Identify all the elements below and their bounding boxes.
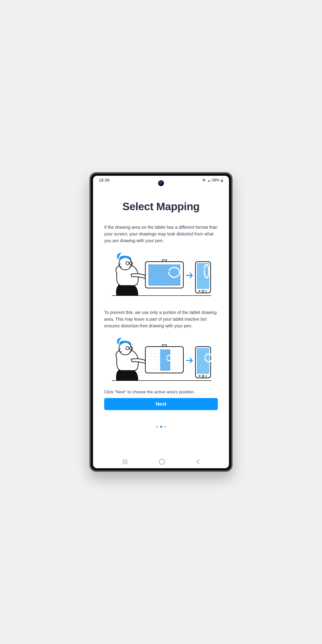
cta-instruction: Click "Next" to choose the active area's…: [104, 390, 218, 394]
battery-icon: [221, 178, 223, 182]
svg-point-100: [181, 369, 181, 369]
description-paragraph-1: If the drawing area on the tablet has a …: [104, 224, 218, 244]
page-indicator: [104, 426, 218, 428]
pager-dot-2: [164, 426, 166, 428]
svg-point-77: [173, 362, 173, 363]
svg-point-87: [173, 366, 173, 366]
svg-point-42: [152, 353, 152, 354]
svg-point-98: [176, 369, 176, 369]
svg-point-49: [178, 353, 179, 354]
svg-point-61: [149, 359, 149, 360]
svg-rect-112: [160, 459, 164, 464]
svg-point-41: [149, 353, 149, 354]
svg-point-52: [152, 356, 152, 357]
pager-dot-1: [160, 426, 162, 428]
svg-point-91: [149, 369, 149, 369]
svg-point-36: [170, 350, 170, 350]
svg-point-96: [170, 369, 170, 369]
svg-point-99: [178, 369, 179, 369]
svg-point-71: [149, 362, 149, 363]
svg-point-37: [173, 350, 173, 350]
description-paragraph-2: To prevent this, we use only a portion o…: [104, 309, 218, 330]
svg-point-78: [176, 362, 176, 363]
svg-point-92: [152, 369, 152, 369]
svg-point-79: [178, 362, 179, 363]
svg-rect-2: [221, 180, 223, 182]
recents-icon[interactable]: [122, 459, 128, 464]
svg-point-64: [157, 359, 157, 360]
svg-point-35: [160, 350, 160, 350]
home-icon[interactable]: [159, 459, 165, 465]
front-camera: [158, 180, 164, 186]
content-area: Select Mapping If the drawing area on th…: [93, 185, 229, 428]
svg-point-60: [181, 356, 181, 357]
svg-point-59: [178, 356, 179, 357]
svg-point-67: [173, 359, 173, 360]
svg-point-94: [157, 369, 157, 369]
svg-rect-105: [197, 348, 209, 374]
svg-point-83: [154, 366, 154, 366]
svg-point-48: [176, 353, 176, 354]
svg-point-47: [173, 353, 173, 354]
svg-point-32: [152, 350, 152, 350]
signal-icon: [207, 179, 211, 182]
svg-point-80: [181, 362, 181, 363]
device-bezel: 18:39 58% Select Mapping If the drawing …: [91, 174, 231, 470]
svg-point-54: [157, 356, 157, 357]
svg-point-76: [170, 362, 170, 363]
svg-point-82: [152, 366, 152, 366]
page-title: Select Mapping: [104, 200, 218, 213]
svg-rect-17: [197, 263, 209, 289]
pager-dot-0: [156, 426, 158, 428]
svg-point-40: [181, 350, 181, 350]
illustration-correct-mapping: [104, 336, 218, 383]
svg-point-73: [154, 362, 154, 363]
svg-point-81: [149, 366, 149, 366]
battery-percentage: 58%: [212, 178, 219, 182]
svg-point-72: [152, 362, 152, 363]
svg-point-50: [181, 353, 181, 354]
svg-point-33: [154, 350, 154, 350]
svg-rect-101: [160, 350, 170, 370]
svg-point-65: [160, 359, 160, 360]
wifi-icon: [202, 179, 206, 182]
svg-point-58: [176, 356, 176, 357]
svg-point-69: [178, 359, 179, 360]
next-button[interactable]: Next: [104, 398, 218, 410]
svg-point-75: [160, 362, 160, 363]
back-icon[interactable]: [196, 459, 200, 465]
illustration-distorted-mapping: [104, 251, 218, 298]
screen: 18:39 58% Select Mapping If the drawing …: [93, 176, 229, 468]
svg-point-51: [149, 356, 149, 357]
svg-point-34: [157, 350, 157, 350]
svg-point-88: [176, 366, 176, 366]
svg-line-10: [129, 263, 130, 264]
svg-point-55: [160, 356, 160, 357]
svg-point-89: [178, 366, 179, 366]
svg-point-90: [181, 366, 181, 366]
svg-rect-0: [222, 178, 222, 179]
device-frame: 18:39 58% Select Mapping If the drawing …: [90, 172, 232, 472]
svg-point-68: [176, 359, 176, 360]
svg-point-43: [154, 353, 154, 354]
svg-line-28: [129, 348, 130, 348]
status-time: 18:39: [99, 178, 110, 183]
svg-point-85: [160, 366, 160, 366]
svg-point-53: [154, 356, 154, 357]
svg-point-86: [170, 366, 170, 366]
svg-point-31: [149, 350, 149, 350]
system-nav-bar: [93, 459, 229, 465]
svg-point-44: [157, 353, 157, 354]
svg-point-62: [152, 359, 152, 360]
svg-point-39: [178, 350, 179, 350]
svg-point-74: [157, 362, 157, 363]
svg-point-57: [173, 356, 173, 357]
svg-point-38: [176, 350, 176, 350]
svg-point-97: [173, 369, 173, 369]
svg-point-84: [157, 366, 157, 366]
svg-point-93: [154, 369, 154, 369]
svg-point-63: [154, 359, 154, 360]
svg-point-70: [181, 359, 181, 360]
svg-point-45: [160, 353, 160, 354]
svg-point-46: [170, 353, 170, 354]
